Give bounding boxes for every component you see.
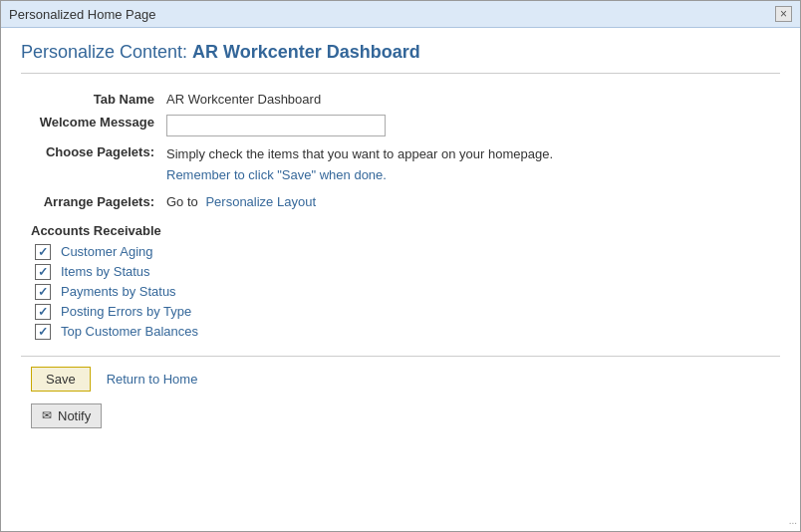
- arrange-pagelets-row: Arrange Pagelets: Go to Personalize Layo…: [21, 190, 780, 213]
- pagelet-checkbox-posting-errors[interactable]: [35, 304, 51, 320]
- choose-pagelets-row: Choose Pagelets: Simply check the items …: [21, 140, 780, 190]
- choose-pagelets-line1: Simply check the items that you want to …: [166, 144, 774, 165]
- main-content: Personalize Content: AR Workcenter Dashb…: [1, 28, 800, 438]
- welcome-message-label: Welcome Message: [21, 111, 160, 140]
- page-heading-title: AR Workcenter Dashboard: [192, 42, 420, 62]
- close-button[interactable]: ×: [775, 6, 792, 22]
- bottom-actions: Save Return to Home: [21, 367, 780, 392]
- tab-name-label: Tab Name: [21, 88, 160, 111]
- pagelet-checkbox-items-by-status[interactable]: [35, 264, 51, 280]
- pagelets-section: Accounts Receivable Customer Aging Items…: [31, 223, 780, 340]
- list-item: Items by Status: [31, 264, 780, 280]
- choose-pagelets-label: Choose Pagelets:: [21, 140, 160, 190]
- arrange-pagelets-label: Arrange Pagelets:: [21, 190, 160, 213]
- personalize-layout-link[interactable]: Personalize Layout: [205, 194, 316, 209]
- page-heading-prefix: Personalize Content:: [21, 42, 192, 62]
- list-item: Customer Aging: [31, 244, 780, 260]
- notify-section: ✉ Notify: [21, 403, 780, 428]
- pagelet-label-payments-by-status[interactable]: Payments by Status: [61, 284, 176, 299]
- pagelet-checkbox-top-customer-balances[interactable]: [35, 324, 51, 340]
- list-item: Top Customer Balances: [31, 324, 780, 340]
- top-divider: [21, 73, 780, 74]
- go-to-text: Go to: [166, 194, 198, 209]
- save-button[interactable]: Save: [31, 367, 91, 392]
- tab-name-value: AR Workcenter Dashboard: [160, 88, 780, 111]
- welcome-message-row: Welcome Message: [21, 111, 780, 140]
- pagelet-label-items-by-status[interactable]: Items by Status: [61, 264, 150, 279]
- title-bar: Personalized Home Page ×: [1, 1, 800, 28]
- title-bar-text: Personalized Home Page: [9, 7, 155, 22]
- pagelet-label-posting-errors[interactable]: Posting Errors by Type: [61, 304, 191, 319]
- save-reminder-link: Remember to click "Save" when done.: [166, 167, 387, 182]
- tab-name-row: Tab Name AR Workcenter Dashboard: [21, 88, 780, 111]
- pagelet-label-top-customer-balances[interactable]: Top Customer Balances: [61, 324, 198, 339]
- page-heading: Personalize Content: AR Workcenter Dashb…: [21, 42, 780, 63]
- pagelet-checkbox-payments-by-status[interactable]: [35, 284, 51, 300]
- form-table: Tab Name AR Workcenter Dashboard Welcome…: [21, 88, 780, 213]
- pagelet-label-customer-aging[interactable]: Customer Aging: [61, 244, 153, 259]
- notify-button[interactable]: ✉ Notify: [31, 403, 102, 428]
- pagelets-section-header: Accounts Receivable: [31, 223, 780, 238]
- choose-pagelets-text: Simply check the items that you want to …: [166, 144, 774, 186]
- welcome-message-input[interactable]: [166, 115, 386, 136]
- bottom-right-dots: ...: [789, 515, 797, 526]
- notify-icon: ✉: [42, 408, 52, 422]
- list-item: Posting Errors by Type: [31, 304, 780, 320]
- return-to-home-link[interactable]: Return to Home: [107, 372, 198, 387]
- bottom-divider: [21, 356, 780, 357]
- list-item: Payments by Status: [31, 284, 780, 300]
- notify-label: Notify: [58, 408, 91, 423]
- pagelet-checkbox-customer-aging[interactable]: [35, 244, 51, 260]
